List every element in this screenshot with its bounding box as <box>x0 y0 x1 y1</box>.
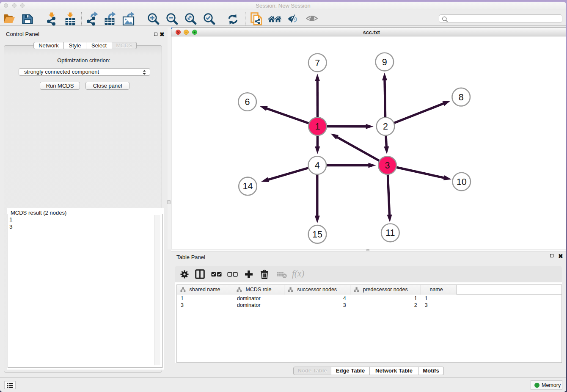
svg-text:7: 7 <box>315 58 320 68</box>
svg-text:6: 6 <box>245 97 250 107</box>
svg-text:1: 1 <box>315 121 320 132</box>
svg-text:8: 8 <box>459 92 464 102</box>
svg-text:2: 2 <box>383 121 388 132</box>
svg-text:11: 11 <box>385 228 395 238</box>
svg-text:15: 15 <box>312 229 322 240</box>
svg-text:9: 9 <box>382 57 387 67</box>
svg-text:10: 10 <box>457 177 467 187</box>
svg-text:4: 4 <box>315 160 320 171</box>
svg-text:14: 14 <box>243 181 253 191</box>
svg-text:3: 3 <box>385 160 390 171</box>
